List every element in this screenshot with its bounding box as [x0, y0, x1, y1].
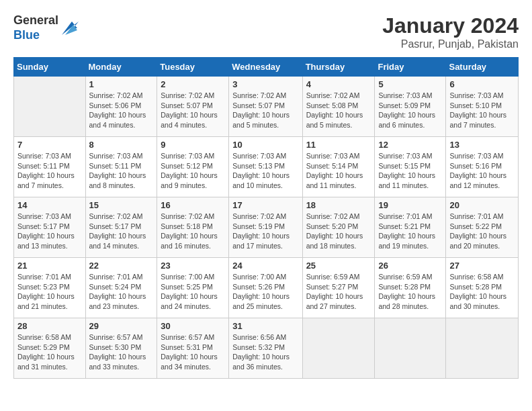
- day-number: 26: [378, 261, 442, 271]
- calendar-body: 1Sunrise: 7:02 AM Sunset: 5:06 PM Daylig…: [14, 77, 519, 379]
- day-number: 22: [89, 261, 154, 271]
- day-info: Sunrise: 7:03 AM Sunset: 5:12 PM Dayligh…: [161, 151, 225, 191]
- day-info: Sunrise: 7:02 AM Sunset: 5:06 PM Dayligh…: [89, 91, 154, 130]
- day-info: Sunrise: 7:02 AM Sunset: 5:20 PM Dayligh…: [306, 212, 371, 251]
- day-info: Sunrise: 6:58 AM Sunset: 5:28 PM Dayligh…: [449, 272, 515, 312]
- day-info: Sunrise: 7:02 AM Sunset: 5:18 PM Dayligh…: [161, 212, 225, 251]
- day-cell: 1Sunrise: 7:02 AM Sunset: 5:06 PM Daylig…: [85, 77, 157, 137]
- day-number: 3: [232, 79, 298, 89]
- day-info: Sunrise: 7:02 AM Sunset: 5:07 PM Dayligh…: [232, 91, 298, 130]
- day-cell: 18Sunrise: 7:02 AM Sunset: 5:20 PM Dayli…: [302, 197, 375, 258]
- day-info: Sunrise: 7:02 AM Sunset: 5:07 PM Dayligh…: [161, 91, 225, 130]
- day-cell: 5Sunrise: 7:03 AM Sunset: 5:09 PM Daylig…: [375, 77, 446, 137]
- day-cell: 27Sunrise: 6:58 AM Sunset: 5:28 PM Dayli…: [446, 258, 519, 318]
- week-row-5: 28Sunrise: 6:58 AM Sunset: 5:29 PM Dayli…: [14, 318, 519, 379]
- day-number: 9: [161, 140, 225, 150]
- calendar-header: SundayMondayTuesdayWednesdayThursdayFrid…: [14, 58, 519, 77]
- day-info: Sunrise: 7:03 AM Sunset: 5:10 PM Dayligh…: [449, 91, 515, 130]
- day-info: Sunrise: 7:03 AM Sunset: 5:11 PM Dayligh…: [17, 151, 82, 191]
- column-header-thursday: Thursday: [302, 58, 375, 77]
- day-cell: 28Sunrise: 6:58 AM Sunset: 5:29 PM Dayli…: [14, 318, 86, 379]
- logo-general: General: [13, 13, 58, 27]
- day-number: 14: [17, 200, 82, 210]
- header-row: SundayMondayTuesdayWednesdayThursdayFrid…: [14, 58, 519, 77]
- calendar-table: SundayMondayTuesdayWednesdayThursdayFrid…: [13, 57, 519, 379]
- week-row-1: 1Sunrise: 7:02 AM Sunset: 5:06 PM Daylig…: [14, 77, 519, 137]
- day-number: 29: [89, 321, 154, 331]
- day-cell: [302, 318, 375, 379]
- day-number: 5: [378, 79, 442, 89]
- day-number: 6: [449, 79, 515, 89]
- day-cell: 19Sunrise: 7:01 AM Sunset: 5:21 PM Dayli…: [375, 197, 446, 258]
- day-number: 28: [17, 321, 82, 331]
- column-header-friday: Friday: [375, 58, 446, 77]
- day-info: Sunrise: 6:57 AM Sunset: 5:30 PM Dayligh…: [89, 332, 154, 372]
- day-cell: 21Sunrise: 7:01 AM Sunset: 5:23 PM Dayli…: [14, 258, 86, 318]
- day-number: 10: [232, 140, 298, 150]
- day-info: Sunrise: 6:58 AM Sunset: 5:29 PM Dayligh…: [17, 332, 82, 372]
- week-row-2: 7Sunrise: 7:03 AM Sunset: 5:11 PM Daylig…: [14, 137, 519, 197]
- day-number: 19: [378, 200, 442, 210]
- day-info: Sunrise: 6:57 AM Sunset: 5:31 PM Dayligh…: [161, 332, 225, 372]
- page-header: General Blue January 2024 Pasrur, Punjab…: [13, 13, 519, 50]
- day-number: 4: [306, 79, 371, 89]
- day-cell: 8Sunrise: 7:03 AM Sunset: 5:11 PM Daylig…: [85, 137, 157, 197]
- day-cell: [375, 318, 446, 379]
- day-cell: 23Sunrise: 7:00 AM Sunset: 5:25 PM Dayli…: [157, 258, 229, 318]
- day-cell: 10Sunrise: 7:03 AM Sunset: 5:13 PM Dayli…: [229, 137, 302, 197]
- calendar-subtitle: Pasrur, Punjab, Pakistan: [382, 38, 519, 50]
- day-cell: 2Sunrise: 7:02 AM Sunset: 5:07 PM Daylig…: [157, 77, 229, 137]
- day-info: Sunrise: 7:01 AM Sunset: 5:23 PM Dayligh…: [17, 272, 82, 312]
- day-number: 23: [161, 261, 225, 271]
- day-info: Sunrise: 7:00 AM Sunset: 5:25 PM Dayligh…: [161, 272, 225, 312]
- day-number: 8: [89, 140, 154, 150]
- logo-icon: [60, 18, 80, 38]
- day-cell: 26Sunrise: 6:59 AM Sunset: 5:28 PM Dayli…: [375, 258, 446, 318]
- day-info: Sunrise: 7:03 AM Sunset: 5:09 PM Dayligh…: [378, 91, 442, 130]
- day-number: 16: [161, 200, 225, 210]
- column-header-wednesday: Wednesday: [229, 58, 302, 77]
- day-info: Sunrise: 7:02 AM Sunset: 5:17 PM Dayligh…: [89, 212, 154, 251]
- day-number: 20: [449, 200, 515, 210]
- day-info: Sunrise: 6:59 AM Sunset: 5:28 PM Dayligh…: [378, 272, 442, 312]
- logo: General Blue: [13, 13, 80, 42]
- day-cell: 6Sunrise: 7:03 AM Sunset: 5:10 PM Daylig…: [446, 77, 519, 137]
- day-number: 30: [161, 321, 225, 331]
- day-number: 11: [306, 140, 371, 150]
- logo-text: General Blue: [13, 13, 80, 42]
- day-cell: 25Sunrise: 6:59 AM Sunset: 5:27 PM Dayli…: [302, 258, 375, 318]
- day-cell: [14, 77, 86, 137]
- day-info: Sunrise: 7:01 AM Sunset: 5:22 PM Dayligh…: [449, 212, 515, 251]
- day-number: 12: [378, 140, 442, 150]
- day-info: Sunrise: 7:03 AM Sunset: 5:16 PM Dayligh…: [449, 151, 515, 191]
- day-cell: [446, 318, 519, 379]
- day-cell: 11Sunrise: 7:03 AM Sunset: 5:14 PM Dayli…: [302, 137, 375, 197]
- day-cell: 20Sunrise: 7:01 AM Sunset: 5:22 PM Dayli…: [446, 197, 519, 258]
- day-cell: 17Sunrise: 7:02 AM Sunset: 5:19 PM Dayli…: [229, 197, 302, 258]
- calendar-title: January 2024: [382, 13, 519, 38]
- day-cell: 14Sunrise: 7:03 AM Sunset: 5:17 PM Dayli…: [14, 197, 86, 258]
- column-header-tuesday: Tuesday: [157, 58, 229, 77]
- day-number: 21: [17, 261, 82, 271]
- day-cell: 13Sunrise: 7:03 AM Sunset: 5:16 PM Dayli…: [446, 137, 519, 197]
- day-number: 17: [232, 200, 298, 210]
- day-info: Sunrise: 7:03 AM Sunset: 5:17 PM Dayligh…: [17, 212, 82, 251]
- day-number: 1: [89, 79, 154, 89]
- day-number: 15: [89, 200, 154, 210]
- day-info: Sunrise: 7:03 AM Sunset: 5:14 PM Dayligh…: [306, 151, 371, 191]
- column-header-monday: Monday: [85, 58, 157, 77]
- day-cell: 16Sunrise: 7:02 AM Sunset: 5:18 PM Dayli…: [157, 197, 229, 258]
- day-number: 2: [161, 79, 225, 89]
- day-info: Sunrise: 7:00 AM Sunset: 5:26 PM Dayligh…: [232, 272, 298, 312]
- day-cell: 30Sunrise: 6:57 AM Sunset: 5:31 PM Dayli…: [157, 318, 229, 379]
- day-info: Sunrise: 6:56 AM Sunset: 5:32 PM Dayligh…: [232, 332, 298, 372]
- day-info: Sunrise: 7:03 AM Sunset: 5:13 PM Dayligh…: [232, 151, 298, 191]
- logo-blue: Blue: [13, 28, 40, 42]
- day-info: Sunrise: 7:03 AM Sunset: 5:11 PM Dayligh…: [89, 151, 154, 191]
- week-row-3: 14Sunrise: 7:03 AM Sunset: 5:17 PM Dayli…: [14, 197, 519, 258]
- title-block: January 2024 Pasrur, Punjab, Pakistan: [382, 13, 519, 50]
- day-info: Sunrise: 6:59 AM Sunset: 5:27 PM Dayligh…: [306, 272, 371, 312]
- day-info: Sunrise: 7:02 AM Sunset: 5:19 PM Dayligh…: [232, 212, 298, 251]
- day-cell: 9Sunrise: 7:03 AM Sunset: 5:12 PM Daylig…: [157, 137, 229, 197]
- day-info: Sunrise: 7:01 AM Sunset: 5:21 PM Dayligh…: [378, 212, 442, 251]
